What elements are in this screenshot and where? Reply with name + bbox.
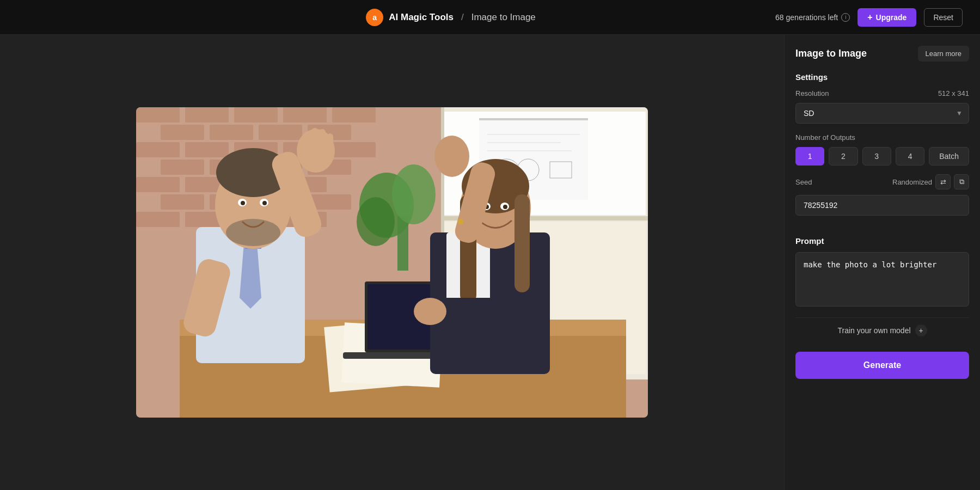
svg-point-46	[392, 164, 436, 224]
svg-point-63	[226, 219, 280, 246]
main-content: Image to Image Learn more Settings Resol…	[0, 35, 980, 490]
num-outputs-row: Number of Outputs 1 2 3 4 Batch	[795, 133, 969, 166]
svg-rect-71	[311, 128, 318, 155]
output-4-button[interactable]: 4	[896, 147, 924, 166]
seed-actions: Randomized ⇄ ⧉	[892, 174, 969, 189]
svg-point-89	[414, 298, 446, 325]
svg-point-87	[458, 219, 463, 224]
svg-rect-2	[185, 107, 229, 122]
breadcrumb-sep: /	[461, 12, 464, 23]
shuffle-icon: ⇄	[940, 178, 946, 186]
info-icon[interactable]: i	[841, 13, 850, 22]
svg-rect-37	[479, 118, 588, 120]
seed-copy-button[interactable]: ⧉	[954, 174, 969, 189]
settings-section: Settings Resolution 512 x 341 SD HD Full…	[795, 72, 969, 225]
plus-icon: +	[867, 13, 872, 22]
sidebar: Image to Image Learn more Settings Resol…	[784, 35, 980, 490]
svg-rect-70	[304, 132, 310, 156]
resolution-label: Resolution	[795, 89, 829, 97]
seed-randomized: Randomized	[892, 178, 932, 186]
output-batch-button[interactable]: Batch	[929, 147, 969, 166]
seed-row: Seed Randomized ⇄ ⧉	[795, 174, 969, 189]
reset-button[interactable]: Reset	[924, 8, 963, 27]
num-outputs-label: Number of Outputs	[795, 133, 969, 142]
sidebar-title: Image to Image	[795, 48, 867, 59]
svg-rect-10	[136, 142, 180, 157]
output-1-button[interactable]: 1	[795, 147, 824, 166]
svg-point-47	[357, 197, 395, 246]
svg-point-84	[503, 205, 507, 209]
seed-shuffle-button[interactable]: ⇄	[935, 174, 951, 189]
svg-rect-3	[234, 107, 278, 122]
svg-rect-5	[332, 107, 376, 122]
svg-rect-11	[185, 142, 229, 157]
svg-point-66	[241, 201, 245, 205]
learn-more-button[interactable]: Learn more	[918, 46, 969, 62]
prompt-label: Prompt	[795, 236, 969, 246]
image-container	[136, 107, 648, 418]
resolution-value: 512 x 341	[938, 89, 969, 97]
breadcrumb: a AI Magic Tools / Image to Image	[366, 9, 536, 26]
avatar: a	[366, 9, 383, 26]
svg-point-67	[262, 201, 267, 205]
svg-rect-6	[161, 125, 204, 140]
output-2-button[interactable]: 2	[829, 147, 857, 166]
seed-input[interactable]	[795, 195, 969, 216]
svg-rect-7	[210, 125, 253, 140]
output-3-button[interactable]: 3	[862, 147, 891, 166]
copy-icon: ⧉	[959, 177, 964, 186]
resolution-select[interactable]: SD HD Full HD	[795, 103, 969, 124]
upgrade-button[interactable]: + Upgrade	[857, 8, 916, 27]
breadcrumb-current: Image to Image	[471, 12, 536, 23]
prompt-textarea[interactable]: make the photo a lot brighter	[795, 252, 969, 307]
train-model-label: Train your own model	[837, 326, 910, 335]
train-plus-icon: +	[915, 324, 927, 336]
svg-rect-14	[332, 142, 376, 157]
resolution-select-wrapper: SD HD Full HD ▼	[795, 103, 969, 124]
image-area	[0, 35, 784, 490]
svg-rect-1	[136, 107, 180, 122]
resolution-row: Resolution 512 x 341	[795, 89, 969, 97]
app-name: AI Magic Tools	[389, 12, 454, 23]
seed-label: Seed	[795, 178, 812, 186]
svg-rect-73	[327, 133, 333, 156]
svg-rect-15	[161, 160, 204, 175]
generate-button[interactable]: Generate	[795, 352, 969, 379]
topbar-right: 68 generations left i + Upgrade Reset	[775, 8, 963, 27]
num-outputs-buttons: 1 2 3 4 Batch	[795, 147, 969, 166]
svg-rect-72	[319, 129, 326, 155]
train-model-row[interactable]: Train your own model +	[795, 317, 969, 343]
svg-point-86	[434, 136, 469, 177]
topbar: a AI Magic Tools / Image to Image 68 gen…	[0, 0, 980, 35]
svg-rect-80	[514, 194, 530, 292]
generations-left: 68 generations left i	[775, 13, 850, 22]
svg-rect-23	[161, 194, 204, 210]
settings-label: Settings	[795, 72, 969, 82]
sidebar-header: Image to Image Learn more	[795, 46, 969, 62]
svg-rect-4	[283, 107, 327, 122]
svg-rect-8	[259, 125, 302, 140]
svg-rect-27	[136, 212, 180, 227]
svg-rect-19	[136, 177, 180, 192]
main-image	[136, 107, 648, 418]
prompt-section: Prompt make the photo a lot brighter	[795, 236, 969, 309]
